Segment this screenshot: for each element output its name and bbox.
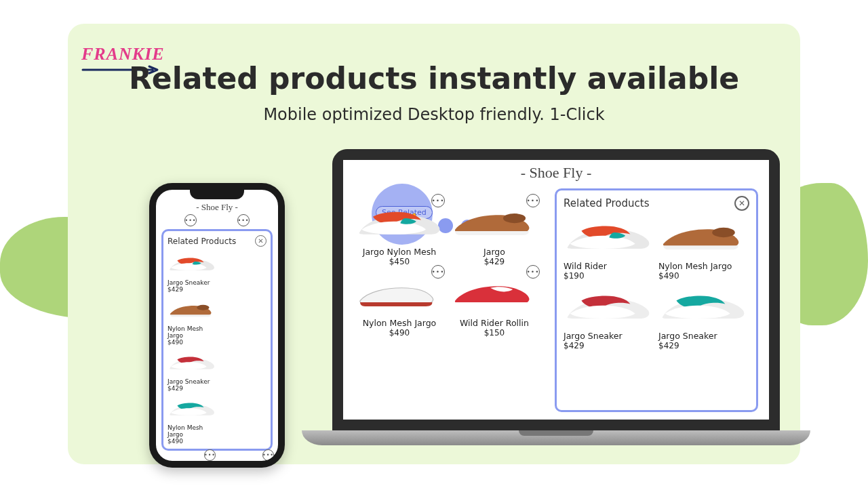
product-image xyxy=(355,270,443,317)
more-icon[interactable]: ••• xyxy=(237,214,250,226)
close-icon[interactable]: ✕ xyxy=(255,235,267,247)
more-icon[interactable]: ••• xyxy=(204,449,216,461)
product-image xyxy=(450,270,538,317)
product-card[interactable]: •••Jargo$429 xyxy=(450,199,538,266)
more-icon[interactable]: ••• xyxy=(184,214,197,226)
product-name: Nylon Mesh Jargo xyxy=(658,261,748,271)
product-image xyxy=(564,214,653,260)
product-name: Nylon Mesh Jargo xyxy=(355,318,443,328)
product-image xyxy=(167,348,216,377)
more-icon[interactable]: ••• xyxy=(431,265,445,279)
product-image xyxy=(450,199,538,245)
more-icon[interactable]: ••• xyxy=(526,265,540,279)
product-price: $429 xyxy=(564,341,653,350)
product-card[interactable]: ••• xyxy=(221,453,271,468)
product-image xyxy=(564,283,653,329)
product-name: Jargo Sneaker xyxy=(167,378,216,385)
product-name: Nylon Mesh Jargo xyxy=(167,325,216,339)
laptop-mockup: - Shoe Fly - See Related 👆 •••Jargo Nylo… xyxy=(319,149,793,445)
product-name: Nylon Mesh Jargo xyxy=(167,424,216,438)
product-card[interactable]: Nylon Mesh Jargo$490 xyxy=(167,296,216,346)
product-card[interactable]: Jargo Sneaker$429 xyxy=(167,348,216,392)
more-icon[interactable]: ••• xyxy=(431,194,445,207)
product-card[interactable]: •••Wild Rider Rollin$150 xyxy=(450,270,538,338)
product-card[interactable]: Nylon Mesh Jargo$490 xyxy=(658,214,748,281)
product-name: Jargo Sneaker xyxy=(658,331,748,341)
product-image xyxy=(167,249,216,278)
product-name: Jargo xyxy=(450,247,538,257)
product-card[interactable]: Nylon Mesh Jargo$490 xyxy=(167,394,216,445)
store-title: - Shoe Fly - xyxy=(156,202,278,213)
subheadline: Mobile optimized Desktop friendly. 1-Cli… xyxy=(68,105,800,124)
close-icon[interactable]: ✕ xyxy=(734,196,749,211)
store-title: - Shoe Fly - xyxy=(343,160,769,183)
related-products-panel: Related Products ✕ Jargo Sneaker$429Nylo… xyxy=(161,229,273,451)
product-price: $450 xyxy=(355,257,443,266)
product-price: $429 xyxy=(167,385,216,392)
headline: Related products instantly available xyxy=(68,61,800,96)
more-icon[interactable]: ••• xyxy=(526,194,540,207)
product-price: $429 xyxy=(658,341,748,350)
related-panel-title: Related Products xyxy=(564,197,650,209)
related-products-panel: Related Products ✕ Wild Rider$190Nylon M… xyxy=(555,188,758,412)
product-card[interactable]: ••• xyxy=(163,453,213,468)
product-image xyxy=(355,199,443,245)
more-icon[interactable]: ••• xyxy=(262,449,274,461)
product-price: $150 xyxy=(450,328,538,338)
product-price: $190 xyxy=(564,271,653,281)
product-price: $490 xyxy=(167,339,216,346)
product-card[interactable]: Wild Rider$190 xyxy=(564,214,653,281)
product-image xyxy=(658,283,748,329)
product-price: $490 xyxy=(658,271,748,281)
product-card[interactable]: Jargo Sneaker$429 xyxy=(658,283,748,350)
product-price: $429 xyxy=(167,286,216,293)
product-card[interactable]: Jargo Sneaker$429 xyxy=(564,283,653,350)
phone-mockup: - Shoe Fly - ••• ••• Related Products ✕ … xyxy=(149,183,285,468)
product-name: Wild Rider Rollin xyxy=(450,318,538,328)
product-name: Wild Rider xyxy=(564,261,653,271)
product-name: Jargo Sneaker xyxy=(167,279,216,286)
promo-card: FRANKIE Related products instantly avail… xyxy=(68,24,800,464)
product-image xyxy=(658,214,748,260)
product-card[interactable]: •••Nylon Mesh Jargo$490 xyxy=(355,270,443,338)
product-card[interactable]: •••Jargo Nylon Mesh$450 xyxy=(355,199,443,266)
product-price: $490 xyxy=(167,438,216,445)
product-card[interactable]: Jargo Sneaker$429 xyxy=(167,249,216,293)
related-panel-title: Related Products xyxy=(167,237,236,246)
product-image xyxy=(167,296,216,324)
phone-notch xyxy=(190,190,244,199)
product-image xyxy=(167,394,216,423)
product-price: $490 xyxy=(355,328,443,338)
laptop-base xyxy=(302,430,810,445)
product-name: Jargo Sneaker xyxy=(564,331,653,341)
product-price: $429 xyxy=(450,257,538,266)
product-name: Jargo Nylon Mesh xyxy=(355,247,443,257)
